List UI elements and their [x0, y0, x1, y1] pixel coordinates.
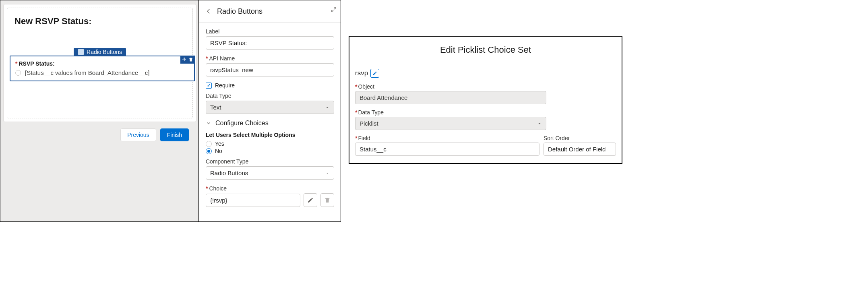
field-field-group: *Field	[355, 135, 539, 156]
multi-option-no-label: No	[215, 148, 222, 154]
sortorder-field-group: Sort Order	[544, 135, 616, 156]
radio-circle-icon	[206, 148, 212, 154]
object-input[interactable]	[355, 91, 546, 104]
properties-title: Radio Buttons	[217, 7, 262, 16]
back-arrow-icon[interactable]	[205, 8, 212, 15]
object-field-label: Object	[358, 83, 374, 90]
component-field-label: RSVP Status:	[19, 60, 54, 67]
sortorder-input[interactable]	[544, 143, 616, 156]
api-name-field-group: *API Name	[206, 55, 334, 76]
radio-component-selected[interactable]: *RSVP Status: [Status__c values from Boa…	[10, 56, 195, 81]
pencil-icon	[307, 197, 314, 203]
delete-icon[interactable]	[188, 57, 193, 62]
data-type-field-group: Data Type Text	[206, 93, 334, 114]
component-type-field-label: Component Type	[206, 158, 334, 165]
move-icon[interactable]	[182, 57, 187, 62]
choice-field-group: *Choice	[206, 185, 334, 207]
data-type-select[interactable]: Text	[206, 101, 334, 114]
pencil-icon	[372, 71, 377, 76]
field-input[interactable]	[355, 143, 539, 156]
label-input[interactable]	[206, 36, 334, 50]
api-name-input[interactable]	[206, 63, 334, 76]
properties-header: Radio Buttons	[199, 0, 341, 23]
multi-option-yes-label: Yes	[215, 141, 224, 147]
choice-input[interactable]	[206, 194, 300, 207]
object-field-group: *Object	[355, 83, 616, 104]
multi-select-label: Let Users Select Multiple Options	[206, 132, 334, 138]
multi-option-yes[interactable]: Yes	[206, 141, 334, 147]
api-name-text: rsvp	[355, 69, 368, 77]
data-type-field-group: *Data Type Picklist	[355, 109, 616, 130]
component-type-select[interactable]: Radio Buttons	[206, 166, 334, 180]
expand-icon[interactable]	[331, 7, 337, 12]
screen-canvas: New RSVP Status: Radio Buttons *RSVP Sta…	[3, 4, 196, 122]
radio-circle-icon	[15, 70, 21, 76]
radio-circle-icon	[206, 141, 212, 147]
edit-choice-button[interactable]	[304, 193, 317, 207]
caret-down-icon	[325, 171, 330, 176]
modal-body: rsvp *Object *Data Type Picklist *Field	[349, 63, 622, 161]
component-field-label-row: *RSVP Status:	[15, 60, 189, 67]
caret-down-icon	[537, 121, 542, 126]
component-type-chip-label: Radio Buttons	[87, 49, 122, 55]
api-name-field-label: *API Name	[206, 55, 334, 62]
component-type-value: Radio Buttons	[210, 170, 248, 176]
radio-buttons-icon	[78, 49, 84, 55]
wizard-footer-buttons: Previous Finish	[120, 128, 189, 141]
radio-option-placeholder: [Status__c values from Board_Attendance_…	[25, 69, 149, 76]
label-field-label: Label	[206, 28, 334, 35]
label-field-group: Label	[206, 28, 334, 50]
multi-option-no[interactable]: No	[206, 148, 334, 154]
data-type-field-label: Data Type	[358, 109, 384, 116]
data-type-value: Text	[210, 104, 221, 111]
finish-button[interactable]: Finish	[160, 128, 189, 141]
edit-api-name-button[interactable]	[370, 69, 379, 78]
require-checkbox-row: ✓ Require	[206, 82, 334, 89]
radio-option-placeholder-row: [Status__c values from Board_Attendance_…	[15, 69, 189, 76]
caret-down-icon	[325, 105, 330, 110]
require-checkbox[interactable]: ✓	[206, 83, 212, 89]
component-type-field-group: Component Type Radio Buttons	[206, 158, 334, 180]
data-type-field-label: Data Type	[206, 93, 334, 99]
field-field-label: Field	[358, 135, 370, 141]
required-asterisk: *	[15, 60, 17, 67]
modal-title: Edit Picklist Choice Set	[349, 37, 622, 63]
require-checkbox-label: Require	[215, 82, 235, 89]
sortorder-field-label: Sort Order	[544, 135, 570, 141]
component-type-chip: Radio Buttons	[74, 48, 126, 56]
field-sortorder-row: *Field Sort Order	[355, 135, 616, 156]
flow-canvas-panel: New RSVP Status: Radio Buttons *RSVP Sta…	[0, 0, 199, 222]
edit-picklist-choice-set-modal: Edit Picklist Choice Set rsvp *Object *D…	[349, 36, 622, 164]
previous-button[interactable]: Previous	[120, 128, 156, 141]
component-properties-panel: Radio Buttons Label *API Name ✓ Require …	[199, 0, 341, 222]
data-type-value: Picklist	[360, 120, 378, 127]
trash-icon	[324, 197, 331, 203]
choice-field-label: *Choice	[206, 185, 334, 192]
properties-body: Label *API Name ✓ Require Data Type Text…	[199, 23, 341, 207]
delete-choice-button[interactable]	[320, 193, 334, 207]
api-name-display-row: rsvp	[355, 69, 616, 78]
data-type-select[interactable]: Picklist	[355, 117, 546, 130]
screen-title: New RSVP Status:	[14, 16, 185, 27]
component-actions	[180, 56, 195, 64]
chevron-down-icon	[206, 120, 211, 126]
configure-choices-label: Configure Choices	[215, 120, 269, 127]
configure-choices-toggle[interactable]: Configure Choices	[206, 120, 334, 127]
